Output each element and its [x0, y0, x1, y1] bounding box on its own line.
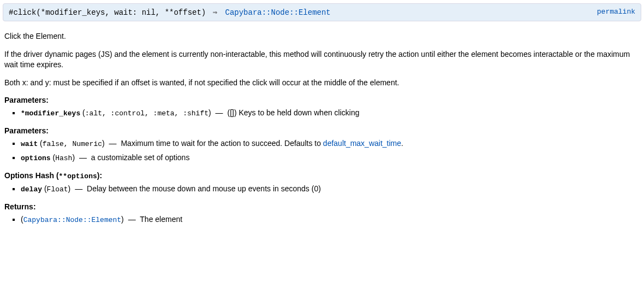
- options-hash-code: **options: [59, 172, 97, 180]
- parameters-heading: Parameters:: [4, 126, 640, 135]
- param-name: options: [21, 154, 51, 162]
- option-types: Float: [47, 185, 68, 194]
- param-desc-suffix: .: [401, 139, 403, 148]
- param-default: []: [230, 108, 234, 117]
- param-item: options (Hash) — a customizable set of o…: [21, 153, 640, 163]
- permalink-link[interactable]: permalink: [597, 8, 635, 16]
- return-type-link[interactable]: Capybara::Node::Element: [23, 216, 121, 224]
- options-hash-prefix: Options Hash (: [4, 171, 59, 180]
- param-name: wait: [21, 140, 38, 148]
- param-types: false, Numeric: [43, 140, 102, 148]
- description-p2: If the driver dynamic pages (JS) and the…: [4, 49, 640, 70]
- param-name: *modifier_keys: [21, 109, 80, 118]
- return-desc: The element: [140, 215, 182, 224]
- parameters-heading: Parameters:: [4, 96, 640, 104]
- param-desc: Keys to be held down when clicking: [239, 108, 360, 117]
- param-types: :alt, :control, :meta, :shift: [85, 109, 208, 118]
- default-max-wait-time-link[interactable]: default_max_wait_time: [323, 139, 401, 148]
- description-p3: Both x: and y: must be specified if an o…: [4, 78, 640, 88]
- param-types: Hash: [55, 154, 72, 162]
- return-item: (Capybara::Node::Element) — The element: [21, 214, 640, 225]
- method-signature: #click(*modifier_keys, wait: nil, **offs…: [9, 8, 211, 17]
- option-desc: Delay between the mouse down and mouse u…: [87, 184, 321, 193]
- returns-heading: Returns:: [4, 202, 640, 211]
- parameters-list: wait (false, Numeric) — Maximum time to …: [4, 138, 640, 163]
- returns-list: (Capybara::Node::Element) — The element: [4, 214, 640, 225]
- param-item: *modifier_keys (:alt, :control, :meta, :…: [21, 108, 640, 119]
- method-signature-header: #click(*modifier_keys, wait: nil, **offs…: [3, 3, 641, 21]
- param-desc-prefix: Maximum time to wait for the action to s…: [121, 139, 323, 148]
- param-desc: a customizable set of options: [91, 153, 190, 162]
- description-p1: Click the Element.: [4, 31, 640, 42]
- parameters-list: *modifier_keys (:alt, :control, :meta, :…: [4, 108, 640, 119]
- arrow: ⇒: [211, 8, 220, 17]
- option-item: delay (Float) — Delay between the mouse …: [21, 184, 640, 195]
- options-hash-heading: Options Hash (**options):: [4, 171, 640, 180]
- method-body: Click the Element. If the driver dynamic…: [0, 31, 644, 226]
- param-item: wait (false, Numeric) — Maximum time to …: [21, 138, 640, 149]
- option-name: delay: [21, 185, 42, 194]
- return-type-link[interactable]: Capybara::Node::Element: [220, 8, 331, 17]
- options-list: delay (Float) — Delay between the mouse …: [4, 184, 640, 195]
- options-hash-suffix: ):: [97, 171, 102, 180]
